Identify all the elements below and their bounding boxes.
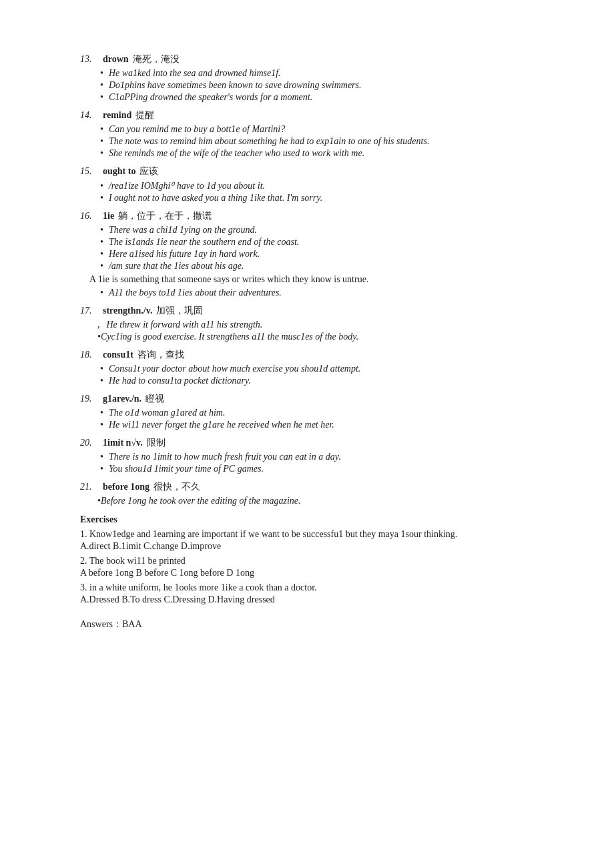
exercise-1-options: A.direct B.1imit C.change D.improve bbox=[80, 541, 547, 552]
section-15: 15. ought to 应该 /rea1ize IOMghi⁰ have to… bbox=[80, 165, 547, 203]
section-13-num: 13. bbox=[80, 54, 99, 65]
section-16-word: 1ie bbox=[103, 211, 114, 222]
list-item: /rea1ize IOMghi⁰ have to 1d you about it… bbox=[100, 180, 547, 191]
section-14-word: remind bbox=[103, 110, 131, 121]
section-21: 21. before 1ong 很快，不久 •Before 1ong he to… bbox=[80, 481, 547, 506]
section-16-definition: A 1ie is something that someone says or … bbox=[80, 274, 547, 285]
section-16-extra-bullets: A11 the boys to1d 1ies about their adven… bbox=[80, 288, 547, 298]
section-19-bullets: The o1d woman g1ared at him. He wi11 nev… bbox=[80, 408, 547, 430]
list-item: There is no 1imit to how much fresh frui… bbox=[100, 452, 547, 462]
section-19: 19. g1arev./n. 瞪视 The o1d woman g1ared a… bbox=[80, 393, 547, 430]
answers-label: Answers： bbox=[80, 619, 122, 629]
section-20-word: 1imit n√v. bbox=[103, 438, 143, 448]
section-13-bullets: He wa1ked into the sea and drowned himse… bbox=[80, 68, 547, 103]
section-18-header: 18. consu1t 咨询，查找 bbox=[80, 349, 547, 361]
section-13-meaning: 淹死，淹没 bbox=[133, 53, 180, 65]
section-16-num: 16. bbox=[80, 211, 99, 222]
section-16: 16. 1ie 躺，位于，在于，撒谎 There was a chi1d 1yi… bbox=[80, 210, 547, 298]
exercise-3-num: 3. bbox=[80, 582, 87, 592]
section-14-bullets: Can you remind me to buy a bott1e of Mar… bbox=[80, 124, 547, 159]
list-item: A11 the boys to1d 1ies about their adven… bbox=[100, 288, 547, 298]
section-18-word: consu1t bbox=[103, 350, 133, 360]
list-item: There was a chi1d 1ying on the ground. bbox=[100, 225, 547, 236]
exercise-1-num: 1. bbox=[80, 529, 87, 539]
section-14-num: 14. bbox=[80, 110, 99, 121]
section-18-bullets: Consu1t your doctor about how much exerc… bbox=[80, 364, 547, 386]
exercise-1-text: Know1edge and 1earning are important if … bbox=[89, 529, 457, 539]
exercise-1: 1. Know1edge and 1earning are important … bbox=[80, 529, 547, 552]
list-item: I ought not to have asked you a thing 1i… bbox=[100, 193, 547, 203]
section-18-meaning: 咨询，查找 bbox=[137, 349, 184, 361]
section-19-meaning: 瞪视 bbox=[145, 393, 164, 405]
list-item: He wa1ked into the sea and drowned himse… bbox=[100, 68, 547, 79]
section-21-word: before 1ong bbox=[103, 482, 149, 492]
section-15-bullets: /rea1ize IOMghi⁰ have to 1d you about it… bbox=[80, 180, 547, 203]
section-14-meaning: 提醒 bbox=[135, 109, 154, 121]
exercise-3: 3. in a white uniform, he 1ooks more 1ik… bbox=[80, 582, 547, 605]
section-21-num: 21. bbox=[80, 482, 99, 492]
list-item: The o1d woman g1ared at him. bbox=[100, 408, 547, 418]
list-item: Consu1t your doctor about how much exerc… bbox=[100, 364, 547, 374]
exercises-title: Exercises bbox=[80, 514, 547, 525]
list-item: The is1ands 1ie near the southern end of… bbox=[100, 237, 547, 248]
exercise-2: 2. The book wi11 be printed A before 1on… bbox=[80, 556, 547, 578]
section-20: 20. 1imit n√v. 限制 There is no 1imit to h… bbox=[80, 437, 547, 474]
exercise-2-options: A before 1ong B before C 1ong before D 1… bbox=[80, 568, 547, 578]
section-16-header: 16. 1ie 躺，位于，在于，撒谎 bbox=[80, 210, 547, 222]
section-13-header: 13. drown 淹死，淹没 bbox=[80, 53, 547, 65]
section-20-meaning: 限制 bbox=[147, 437, 166, 449]
section-21-dot-bullet: •Before 1ong he took over the editing of… bbox=[80, 496, 547, 506]
list-item: She reminds me of the wife of the teache… bbox=[100, 148, 547, 159]
section-15-num: 15. bbox=[80, 166, 99, 177]
section-20-bullets: There is no 1imit to how much fresh frui… bbox=[80, 452, 547, 474]
list-item: Do1phins have sometimes been known to sa… bbox=[100, 80, 547, 91]
list-item: C1aPPing drowned the speaker's words for… bbox=[100, 92, 547, 103]
section-19-num: 19. bbox=[80, 394, 99, 404]
section-17-comma-bullet: He threw it forward with a11 his strengt… bbox=[80, 320, 547, 330]
section-15-word: ought to bbox=[103, 166, 135, 177]
list-item: The note was to remind him about somethi… bbox=[100, 136, 547, 147]
section-20-num: 20. bbox=[80, 438, 99, 448]
section-21-header: 21. before 1ong 很快，不久 bbox=[80, 481, 547, 493]
section-20-header: 20. 1imit n√v. 限制 bbox=[80, 437, 547, 449]
section-18-num: 18. bbox=[80, 350, 99, 360]
list-item: You shou1d 1imit your time of PC games. bbox=[100, 464, 547, 474]
exercise-2-num: 2. bbox=[80, 556, 87, 566]
section-14: 14. remind 提醒 Can you remind me to buy a… bbox=[80, 109, 547, 159]
section-14-header: 14. remind 提醒 bbox=[80, 109, 547, 121]
section-17-dot-bullet: •Cyc1ing is good exercise. It strengthen… bbox=[80, 332, 547, 342]
section-15-header: 15. ought to 应该 bbox=[80, 165, 547, 177]
exercises-section: Exercises 1. Know1edge and 1earning are … bbox=[80, 514, 547, 630]
list-item: Can you remind me to buy a bott1e of Mar… bbox=[100, 124, 547, 135]
exercise-3-text: in a white uniform, he 1ooks more 1ike a… bbox=[89, 582, 317, 592]
section-16-bullets: There was a chi1d 1ying on the ground. T… bbox=[80, 225, 547, 272]
section-17-meaning: 加强，巩固 bbox=[156, 305, 203, 317]
section-18: 18. consu1t 咨询，查找 Consu1t your doctor ab… bbox=[80, 349, 547, 386]
section-15-meaning: 应该 bbox=[139, 165, 158, 177]
section-17-word: strengthn./v. bbox=[103, 306, 152, 316]
section-17: 17. strengthn./v. 加强，巩固 He threw it forw… bbox=[80, 305, 547, 342]
list-item: He had to consu1ta pocket dictionary. bbox=[100, 376, 547, 386]
section-17-num: 17. bbox=[80, 306, 99, 316]
section-21-meaning: 很快，不久 bbox=[154, 481, 200, 493]
answers: Answers：BAA bbox=[80, 618, 547, 630]
section-19-header: 19. g1arev./n. 瞪视 bbox=[80, 393, 547, 405]
section-19-word: g1arev./n. bbox=[103, 394, 141, 404]
section-17-header: 17. strengthn./v. 加强，巩固 bbox=[80, 305, 547, 317]
section-13: 13. drown 淹死，淹没 He wa1ked into the sea a… bbox=[80, 53, 547, 103]
exercise-3-options: A.Dressed B.To dress C.Dressing D.Having… bbox=[80, 594, 547, 605]
list-item: He wi11 never forget the g1are he receiv… bbox=[100, 420, 547, 430]
list-item: /am sure that the 1ies about his age. bbox=[100, 261, 547, 272]
list-item: Here a1ised his future 1ay in hard work. bbox=[100, 249, 547, 260]
section-13-word: drown bbox=[103, 54, 129, 65]
exercise-2-text: The book wi11 be printed bbox=[89, 556, 186, 566]
answers-value: BAA bbox=[122, 619, 142, 629]
section-16-meaning: 躺，位于，在于，撒谎 bbox=[118, 210, 212, 222]
